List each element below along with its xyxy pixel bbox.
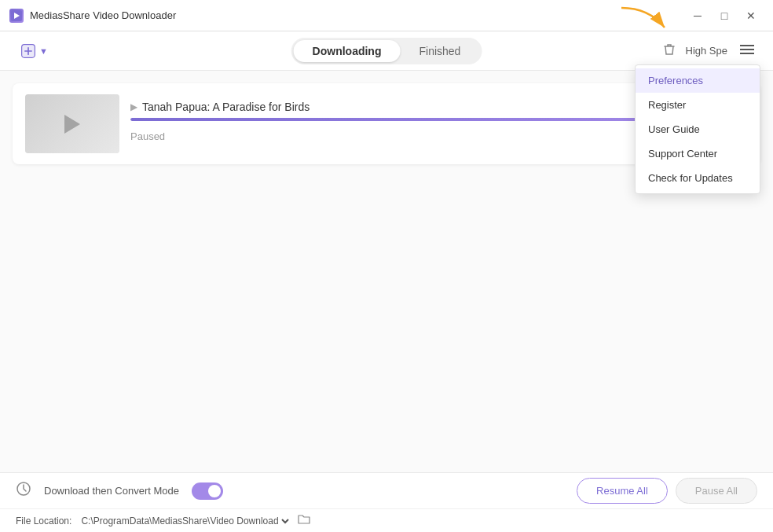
window-controls: ─ □ ✕ — [685, 5, 764, 27]
pause-all-button[interactable]: Pause All — [676, 478, 757, 504]
bottom-section: Download then Convert Mode Resume All Pa… — [0, 472, 773, 532]
maximize-button[interactable]: □ — [712, 5, 737, 27]
menu-item-check-updates[interactable]: Check for Updates — [636, 166, 760, 190]
speed-label: High Spe — [686, 45, 727, 57]
file-location-row: File Location: C:\ProgramData\MediasShar… — [0, 508, 773, 532]
video-thumbnail — [25, 94, 119, 153]
hamburger-icon — [740, 44, 754, 55]
add-download-icon — [20, 43, 36, 59]
app-title: MediasShare Video Downloader — [30, 9, 176, 21]
tab-downloading[interactable]: Downloading — [294, 40, 401, 62]
download-title: Tanah Papua: A Paradise for Birds — [142, 101, 310, 113]
convert-mode-toggle[interactable] — [192, 482, 223, 500]
tab-finished[interactable]: Finished — [400, 40, 479, 62]
clock-icon — [16, 481, 31, 501]
bottom-top-row: Download then Convert Mode Resume All Pa… — [0, 473, 773, 508]
bottom-right: Resume All Pause All — [577, 478, 757, 504]
tabs-container: Downloading Finished — [291, 38, 482, 64]
minimize-button[interactable]: ─ — [685, 5, 710, 27]
close-button[interactable]: ✕ — [738, 5, 764, 27]
title-bar: MediasShare Video Downloader ─ □ ✕ — [0, 0, 773, 31]
menu-item-preferences[interactable]: Preferences — [636, 68, 760, 93]
file-location-label: File Location: — [16, 515, 71, 526]
menu-right: High Spe Preferences Register User Guide… — [659, 39, 760, 63]
menu-item-user-guide[interactable]: User Guide — [636, 117, 760, 141]
hamburger-menu-container: Preferences Register User Guide Support … — [734, 39, 760, 62]
video-file-icon: ▶ — [130, 101, 137, 112]
play-icon — [64, 115, 80, 134]
convert-mode-label: Download then Convert Mode — [44, 485, 179, 497]
add-download-button[interactable]: ▼ — [13, 39, 56, 64]
resume-all-button[interactable]: Resume All — [577, 478, 668, 504]
video-icon-title: ▶ Tanah Papua: A Paradise for Birds — [130, 101, 310, 113]
folder-svg — [298, 514, 310, 525]
trash-icon — [662, 42, 676, 57]
menu-bar: ▼ Downloading Finished High Spe Prefer — [0, 31, 773, 71]
add-dropdown-arrow: ▼ — [39, 46, 48, 56]
title-bar-left: MediasShare Video Downloader — [9, 9, 176, 23]
menu-item-support-center[interactable]: Support Center — [636, 141, 760, 166]
folder-icon[interactable] — [298, 514, 310, 527]
menu-item-register[interactable]: Register — [636, 93, 760, 117]
trash-button[interactable] — [659, 39, 680, 63]
file-path-select[interactable]: C:\ProgramData\MediasShare\Video Downloa… — [78, 515, 291, 527]
hamburger-button[interactable] — [734, 39, 760, 62]
dropdown-menu: Preferences Register User Guide Support … — [635, 64, 760, 194]
clock-svg — [16, 481, 31, 497]
menu-left: ▼ — [13, 39, 56, 64]
app-icon — [9, 9, 24, 23]
progress-bar-fill — [130, 118, 717, 121]
download-status: Paused — [130, 130, 165, 142]
